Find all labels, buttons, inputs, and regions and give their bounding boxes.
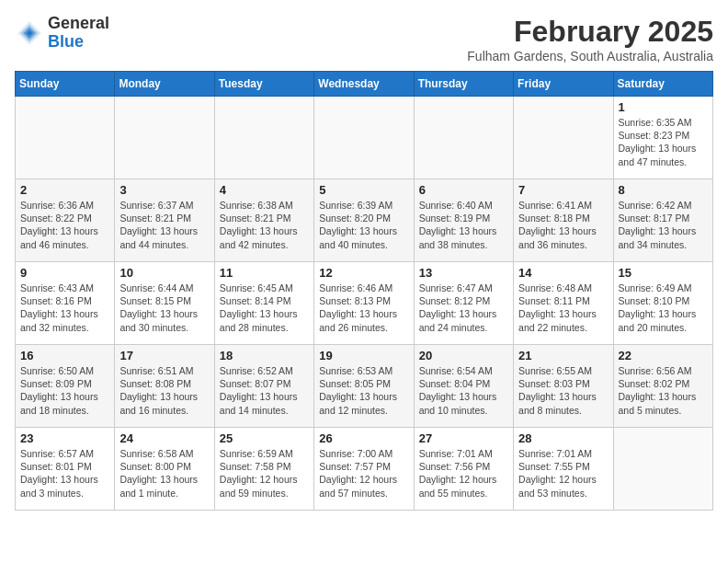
calendar-cell: 19Sunrise: 6:53 AM Sunset: 8:05 PM Dayli… bbox=[314, 345, 414, 428]
weekday-header-friday: Friday bbox=[514, 72, 613, 97]
location: Fulham Gardens, South Australia, Austral… bbox=[467, 49, 713, 63]
calendar-cell bbox=[214, 97, 313, 179]
day-info: Sunrise: 6:58 AM Sunset: 8:00 PM Dayligh… bbox=[119, 447, 209, 500]
day-info: Sunrise: 6:42 AM Sunset: 8:17 PM Dayligh… bbox=[619, 199, 708, 251]
day-number: 7 bbox=[518, 183, 608, 197]
calendar-cell: 27Sunrise: 7:01 AM Sunset: 7:56 PM Dayli… bbox=[414, 428, 513, 511]
day-number: 9 bbox=[20, 266, 109, 280]
day-info: Sunrise: 6:41 AM Sunset: 8:18 PM Dayligh… bbox=[518, 199, 608, 251]
weekday-header-thursday: Thursday bbox=[414, 72, 513, 97]
calendar-cell: 23Sunrise: 6:57 AM Sunset: 8:01 PM Dayli… bbox=[16, 428, 115, 511]
calendar-cell: 11Sunrise: 6:45 AM Sunset: 8:14 PM Dayli… bbox=[214, 262, 313, 345]
day-info: Sunrise: 6:50 AM Sunset: 8:09 PM Dayligh… bbox=[20, 364, 109, 417]
calendar-cell: 8Sunrise: 6:42 AM Sunset: 8:17 PM Daylig… bbox=[613, 179, 712, 262]
day-number: 16 bbox=[20, 349, 109, 362]
calendar-cell: 10Sunrise: 6:44 AM Sunset: 8:15 PM Dayli… bbox=[115, 262, 214, 345]
day-number: 12 bbox=[319, 266, 408, 280]
day-info: Sunrise: 6:49 AM Sunset: 8:10 PM Dayligh… bbox=[619, 282, 708, 334]
page-header: General Blue February 2025 Fulham Garden… bbox=[15, 15, 713, 63]
day-info: Sunrise: 6:40 AM Sunset: 8:19 PM Dayligh… bbox=[419, 199, 508, 251]
calendar-cell: 26Sunrise: 7:00 AM Sunset: 7:57 PM Dayli… bbox=[314, 428, 414, 511]
day-number: 21 bbox=[518, 349, 608, 362]
day-info: Sunrise: 6:36 AM Sunset: 8:22 PM Dayligh… bbox=[20, 199, 109, 251]
day-info: Sunrise: 6:51 AM Sunset: 8:08 PM Dayligh… bbox=[119, 364, 209, 417]
calendar-cell: 22Sunrise: 6:56 AM Sunset: 8:02 PM Dayli… bbox=[613, 345, 712, 428]
day-info: Sunrise: 6:38 AM Sunset: 8:21 PM Dayligh… bbox=[220, 199, 309, 251]
day-info: Sunrise: 6:44 AM Sunset: 8:15 PM Dayligh… bbox=[119, 282, 209, 334]
day-number: 8 bbox=[619, 183, 708, 197]
day-info: Sunrise: 6:45 AM Sunset: 8:14 PM Dayligh… bbox=[220, 282, 309, 334]
day-number: 4 bbox=[220, 183, 309, 197]
calendar-cell: 7Sunrise: 6:41 AM Sunset: 8:18 PM Daylig… bbox=[514, 179, 613, 262]
calendar-cell: 17Sunrise: 6:51 AM Sunset: 8:08 PM Dayli… bbox=[115, 345, 214, 428]
calendar-cell: 18Sunrise: 6:52 AM Sunset: 8:07 PM Dayli… bbox=[214, 345, 313, 428]
calendar-table: SundayMondayTuesdayWednesdayThursdayFrid… bbox=[15, 71, 713, 511]
day-number: 10 bbox=[119, 266, 209, 280]
title-block: February 2025 Fulham Gardens, South Aust… bbox=[467, 15, 713, 63]
day-number: 13 bbox=[419, 266, 508, 280]
day-number: 27 bbox=[419, 431, 508, 445]
day-info: Sunrise: 6:48 AM Sunset: 8:11 PM Dayligh… bbox=[518, 282, 608, 334]
day-info: Sunrise: 6:39 AM Sunset: 8:20 PM Dayligh… bbox=[319, 199, 408, 251]
calendar-cell: 6Sunrise: 6:40 AM Sunset: 8:19 PM Daylig… bbox=[414, 179, 513, 262]
calendar-cell bbox=[115, 97, 214, 179]
calendar-cell bbox=[314, 97, 414, 179]
calendar-cell: 2Sunrise: 6:36 AM Sunset: 8:22 PM Daylig… bbox=[16, 179, 115, 262]
day-number: 15 bbox=[619, 266, 708, 280]
day-number: 6 bbox=[419, 183, 508, 197]
day-number: 19 bbox=[319, 349, 408, 362]
day-info: Sunrise: 6:54 AM Sunset: 8:04 PM Dayligh… bbox=[419, 364, 508, 417]
calendar-cell: 3Sunrise: 6:37 AM Sunset: 8:21 PM Daylig… bbox=[115, 179, 214, 262]
logo-text: General Blue bbox=[48, 15, 109, 52]
day-number: 14 bbox=[518, 266, 608, 280]
weekday-header-wednesday: Wednesday bbox=[314, 72, 414, 97]
calendar-cell: 5Sunrise: 6:39 AM Sunset: 8:20 PM Daylig… bbox=[314, 179, 414, 262]
day-info: Sunrise: 6:43 AM Sunset: 8:16 PM Dayligh… bbox=[20, 282, 109, 334]
month-title: February 2025 bbox=[467, 15, 713, 49]
calendar-cell: 9Sunrise: 6:43 AM Sunset: 8:16 PM Daylig… bbox=[16, 262, 115, 345]
weekday-header-monday: Monday bbox=[115, 72, 214, 97]
day-number: 22 bbox=[619, 349, 708, 362]
calendar-cell bbox=[16, 97, 115, 179]
day-info: Sunrise: 6:52 AM Sunset: 8:07 PM Dayligh… bbox=[220, 364, 309, 417]
calendar-cell: 4Sunrise: 6:38 AM Sunset: 8:21 PM Daylig… bbox=[214, 179, 313, 262]
logo-icon bbox=[15, 18, 44, 48]
calendar-cell: 14Sunrise: 6:48 AM Sunset: 8:11 PM Dayli… bbox=[514, 262, 613, 345]
weekday-header-saturday: Saturday bbox=[613, 72, 712, 97]
calendar-cell: 16Sunrise: 6:50 AM Sunset: 8:09 PM Dayli… bbox=[16, 345, 115, 428]
day-info: Sunrise: 6:55 AM Sunset: 8:03 PM Dayligh… bbox=[518, 364, 608, 417]
day-number: 26 bbox=[319, 431, 408, 445]
day-info: Sunrise: 6:53 AM Sunset: 8:05 PM Dayligh… bbox=[319, 364, 408, 417]
day-number: 20 bbox=[419, 349, 508, 362]
calendar-cell: 28Sunrise: 7:01 AM Sunset: 7:55 PM Dayli… bbox=[514, 428, 613, 511]
day-number: 1 bbox=[619, 100, 708, 114]
day-number: 2 bbox=[20, 183, 109, 197]
calendar-cell: 20Sunrise: 6:54 AM Sunset: 8:04 PM Dayli… bbox=[414, 345, 513, 428]
day-info: Sunrise: 6:47 AM Sunset: 8:12 PM Dayligh… bbox=[419, 282, 508, 334]
calendar-cell: 13Sunrise: 6:47 AM Sunset: 8:12 PM Dayli… bbox=[414, 262, 513, 345]
calendar-cell: 1Sunrise: 6:35 AM Sunset: 8:23 PM Daylig… bbox=[613, 97, 712, 179]
day-info: Sunrise: 6:35 AM Sunset: 8:23 PM Dayligh… bbox=[619, 116, 708, 168]
day-number: 24 bbox=[119, 431, 209, 445]
logo: General Blue bbox=[15, 15, 109, 52]
calendar-cell bbox=[613, 428, 712, 511]
calendar-cell: 24Sunrise: 6:58 AM Sunset: 8:00 PM Dayli… bbox=[115, 428, 214, 511]
day-info: Sunrise: 6:37 AM Sunset: 8:21 PM Dayligh… bbox=[119, 199, 209, 251]
day-number: 17 bbox=[119, 349, 209, 362]
calendar-cell: 15Sunrise: 6:49 AM Sunset: 8:10 PM Dayli… bbox=[613, 262, 712, 345]
day-number: 18 bbox=[220, 349, 309, 362]
weekday-header-tuesday: Tuesday bbox=[214, 72, 313, 97]
calendar-cell: 25Sunrise: 6:59 AM Sunset: 7:58 PM Dayli… bbox=[214, 428, 313, 511]
weekday-header-sunday: Sunday bbox=[16, 72, 115, 97]
day-number: 28 bbox=[518, 431, 608, 445]
calendar-cell bbox=[414, 97, 513, 179]
day-number: 3 bbox=[119, 183, 209, 197]
day-info: Sunrise: 7:00 AM Sunset: 7:57 PM Dayligh… bbox=[319, 447, 408, 500]
calendar-cell: 12Sunrise: 6:46 AM Sunset: 8:13 PM Dayli… bbox=[314, 262, 414, 345]
day-info: Sunrise: 6:56 AM Sunset: 8:02 PM Dayligh… bbox=[619, 364, 708, 417]
day-number: 5 bbox=[319, 183, 408, 197]
day-info: Sunrise: 6:59 AM Sunset: 7:58 PM Dayligh… bbox=[220, 447, 309, 500]
day-info: Sunrise: 6:46 AM Sunset: 8:13 PM Dayligh… bbox=[319, 282, 408, 334]
day-number: 25 bbox=[220, 431, 309, 445]
day-number: 11 bbox=[220, 266, 309, 280]
